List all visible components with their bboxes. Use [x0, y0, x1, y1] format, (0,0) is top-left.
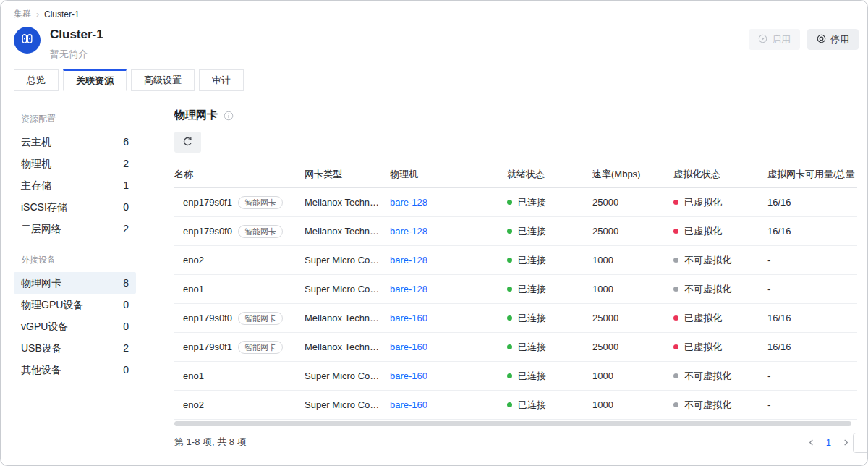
sidebar-item-count: 8 [123, 276, 129, 290]
breadcrumb-current: Cluster-1 [44, 9, 80, 20]
column-header: 速率(Mbps) [592, 168, 673, 181]
info-icon[interactable] [224, 111, 234, 121]
nic-name: enp179s0f1 [183, 342, 232, 352]
sidebar-item-label: 主存储 [21, 178, 51, 192]
sidebar-item-label: 云主机 [21, 135, 51, 149]
tab[interactable]: 总览 [14, 69, 59, 91]
pagination-bar: 第 1-8 项, 共 8 项 1 [174, 436, 857, 449]
table-body: enp179s0f1 智能网卡 Mellanox Techn… bare-128… [174, 188, 857, 420]
tab[interactable]: 高级设置 [131, 69, 195, 91]
virtualization-dot-icon [673, 402, 678, 407]
host-link[interactable]: bare-160 [390, 399, 427, 410]
table-row[interactable]: eno2 Super Micro Co… bare-128 已连接 1000 [174, 246, 857, 275]
sidebar-item-label: vGPU设备 [21, 319, 68, 334]
virtualization-text: 不可虚拟化 [684, 399, 731, 412]
page-size-select[interactable] [853, 433, 868, 453]
nic-name: eno1 [183, 284, 204, 295]
nic-name: enp179s0f0 [183, 226, 232, 237]
sidebar-item[interactable]: 物理机 2 [14, 153, 136, 174]
sidebar-item[interactable]: iSCSI存储 0 [14, 196, 136, 218]
next-page-button[interactable] [842, 439, 850, 446]
nic-table: 名称 网卡类型 物理机 就绪状态 速率(Mbps) 虚拟化状态 虚拟网卡可用量/… [174, 161, 857, 420]
table-row[interactable]: eno2 Super Micro Co… bare-160 已连接 1000 [174, 391, 857, 420]
virtualization-text: 已虚拟化 [684, 196, 722, 209]
capacity-value: 16/16 [767, 197, 857, 208]
smart-nic-badge: 智能网卡 [238, 225, 283, 238]
table-row[interactable]: enp179s0f0 智能网卡 Mellanox Techn… bare-128… [174, 217, 857, 246]
sidebar-item-count: 0 [123, 297, 129, 312]
refresh-button[interactable] [174, 132, 201, 153]
capacity-value: 16/16 [767, 226, 857, 237]
host-link[interactable]: bare-160 [390, 313, 427, 323]
page-subtitle: 暂无简介 [50, 48, 103, 61]
nic-type: Super Micro Co… [305, 284, 390, 295]
sidebar-item-label: iSCSI存储 [21, 200, 67, 214]
capacity-value: - [767, 399, 857, 410]
status-text: 已连接 [518, 196, 546, 209]
page-number[interactable]: 1 [826, 437, 831, 448]
sidebar-item[interactable]: 云主机 6 [14, 131, 136, 153]
nic-name: enp179s0f0 [183, 313, 232, 323]
sidebar-item[interactable]: 物理网卡 8 [14, 272, 136, 294]
status-dot-icon [507, 229, 512, 234]
host-link[interactable]: bare-128 [390, 226, 427, 237]
table-row[interactable]: eno1 Super Micro Co… bare-128 已连接 1000 [174, 275, 857, 304]
sidebar-list: 云主机 6 物理机 2 主存储 1 [1, 131, 148, 240]
sidebar-group-title: 外接设备 [1, 247, 148, 272]
nic-type: Mellanox Techn… [305, 226, 390, 237]
capacity-value: - [767, 370, 857, 381]
sidebar-item-label: 物理GPU设备 [21, 297, 83, 312]
virtualization-text: 已虚拟化 [684, 341, 722, 354]
host-link[interactable]: bare-128 [390, 197, 427, 208]
nic-name: eno1 [183, 370, 204, 381]
play-circle-icon [758, 34, 767, 46]
status-dot-icon [507, 373, 512, 378]
speed-value: 1000 [592, 255, 673, 266]
status-text: 已连接 [518, 370, 546, 383]
sidebar-group-resources: 资源配置 云主机 6 物理机 2 [1, 106, 148, 240]
smart-nic-badge: 智能网卡 [238, 196, 283, 209]
cluster-icon [20, 32, 34, 48]
table-header-row: 名称 网卡类型 物理机 就绪状态 速率(Mbps) 虚拟化状态 虚拟网卡可用量/… [174, 161, 857, 188]
sidebar-item-count: 6 [123, 135, 129, 149]
status-text: 已连接 [518, 312, 546, 325]
tab[interactable]: 审计 [199, 69, 244, 91]
table-row[interactable]: enp179s0f1 智能网卡 Mellanox Techn… bare-160… [174, 333, 857, 362]
enable-button[interactable]: 启用 [749, 29, 800, 50]
disable-button[interactable]: 停用 [807, 29, 859, 50]
status-dot-icon [507, 344, 512, 350]
host-link[interactable]: bare-128 [390, 284, 427, 295]
sidebar-item[interactable]: USB设备 2 [14, 337, 136, 359]
breadcrumb-root[interactable]: 集群 [14, 8, 31, 20]
status-text: 已连接 [518, 254, 546, 267]
table-row[interactable]: enp179s0f0 智能网卡 Mellanox Techn… bare-160… [174, 304, 857, 333]
sidebar-item-count: 0 [123, 200, 129, 214]
speed-value: 1000 [592, 370, 673, 381]
nic-type: Super Micro Co… [305, 255, 390, 266]
sidebar-item[interactable]: vGPU设备 0 [14, 315, 136, 337]
host-link[interactable]: bare-160 [390, 370, 427, 381]
sidebar-item-label: USB设备 [21, 341, 62, 355]
section-title: 物理网卡 [174, 109, 218, 122]
virtualization-dot-icon [673, 200, 678, 205]
sidebar-item[interactable]: 二层网络 2 [14, 218, 136, 240]
table-row[interactable]: eno1 Super Micro Co… bare-160 已连接 1000 [174, 362, 857, 391]
sidebar-item[interactable]: 物理GPU设备 0 [14, 294, 136, 315]
host-link[interactable]: bare-128 [390, 255, 427, 266]
virtualization-text: 不可虚拟化 [684, 254, 731, 267]
sidebar-group-title: 资源配置 [1, 106, 148, 131]
horizontal-scrollbar[interactable] [174, 421, 851, 426]
table-row[interactable]: enp179s0f1 智能网卡 Mellanox Techn… bare-128… [174, 188, 857, 217]
tab[interactable]: 关联资源 [63, 69, 127, 91]
speed-value: 25000 [592, 226, 673, 237]
prev-page-button[interactable] [807, 439, 815, 446]
sidebar-item[interactable]: 其他设备 0 [14, 359, 136, 381]
status-dot-icon [507, 402, 512, 407]
capacity-value: - [767, 284, 857, 295]
stop-circle-icon [817, 34, 826, 46]
virtualization-text: 不可虚拟化 [684, 370, 731, 383]
smart-nic-badge: 智能网卡 [238, 341, 283, 354]
sidebar-item[interactable]: 主存储 1 [14, 174, 136, 196]
nic-type: Super Micro Co… [305, 370, 390, 381]
host-link[interactable]: bare-160 [390, 342, 427, 352]
